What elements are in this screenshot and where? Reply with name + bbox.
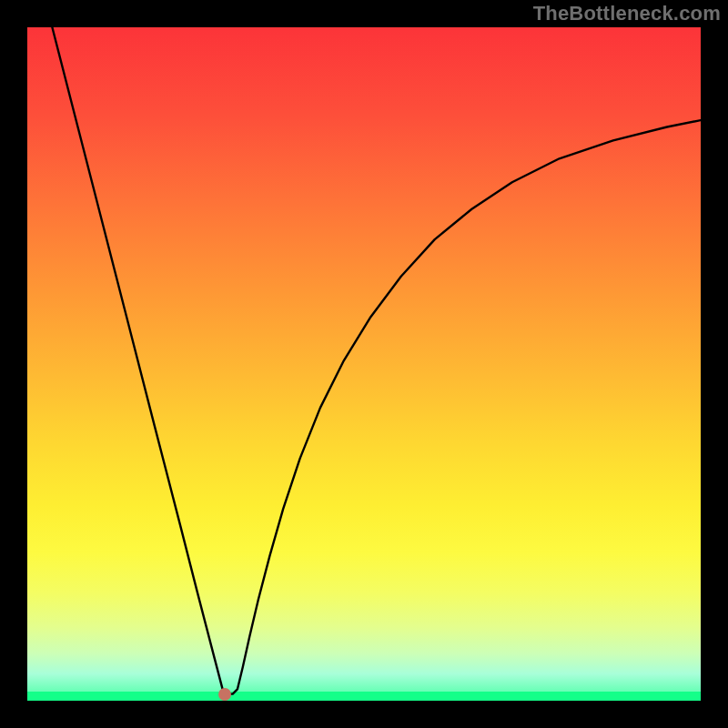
chart-frame: TheBottleneck.com	[0, 0, 728, 728]
plot-area	[27, 27, 701, 701]
bottleneck-curve	[27, 27, 701, 701]
optimum-marker	[218, 688, 231, 701]
watermark-text: TheBottleneck.com	[533, 2, 721, 25]
